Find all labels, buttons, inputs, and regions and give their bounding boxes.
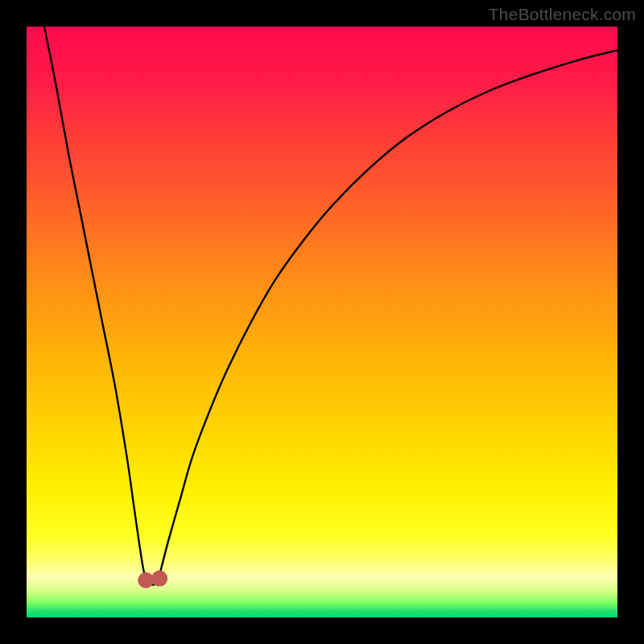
bottleneck-curve [44, 27, 617, 585]
min-marker [138, 572, 154, 588]
chart-frame: TheBottleneck.com [0, 0, 644, 644]
min-marker [151, 571, 167, 587]
watermark-text: TheBottleneck.com [489, 5, 636, 24]
curve-layer [27, 27, 617, 617]
plot-area [27, 27, 617, 617]
